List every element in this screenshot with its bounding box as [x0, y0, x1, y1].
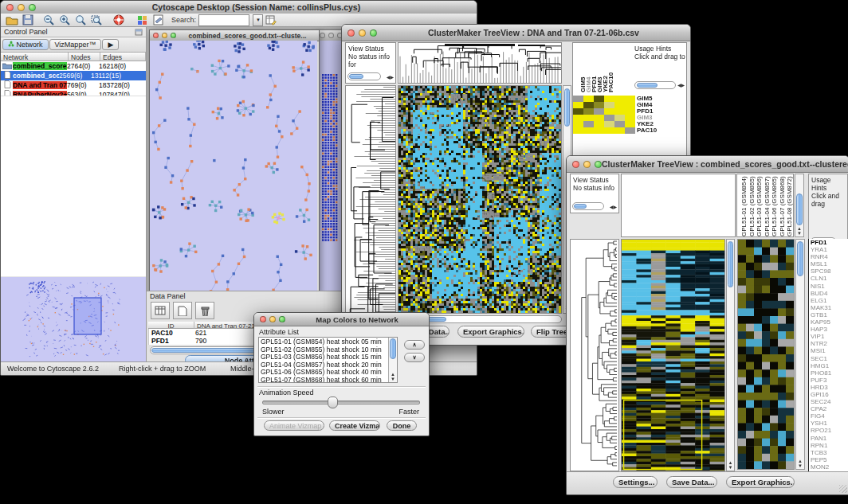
- gene-label[interactable]: FIG4: [809, 412, 848, 420]
- tv2-zoom-scroll-arrows[interactable]: ▲▼: [796, 459, 804, 468]
- tv2-zoom-heatmap-canvas[interactable]: [738, 240, 794, 469]
- tv1-zoom-cell[interactable]: [573, 121, 583, 127]
- gene-label[interactable]: ELG1: [809, 297, 848, 304]
- tv1-zoom-cell[interactable]: [625, 102, 635, 108]
- tv1-zoom-cell[interactable]: [583, 102, 594, 108]
- gene-label[interactable]: PUF3: [809, 377, 848, 384]
- tv2-column-label[interactable]: GPL51-04 (GSM857): [764, 176, 771, 236]
- network-row[interactable]: combined_scores2764(0)16218(0): [1, 61, 146, 71]
- gene-label[interactable]: HMG1: [809, 362, 848, 369]
- tv1-zoom-cell[interactable]: [614, 127, 625, 134]
- tv1-zoom-cell[interactable]: [604, 115, 614, 121]
- tv2-global-heatmap-canvas[interactable]: [622, 240, 724, 471]
- gene-label[interactable]: PFD1: [809, 239, 848, 246]
- tv1-status-scroll-arrows[interactable]: ◀▶: [387, 75, 394, 80]
- zoom-button[interactable]: [29, 4, 36, 11]
- tv1-zoom-cell[interactable]: [594, 121, 604, 127]
- gene-label[interactable]: PAN1: [809, 435, 848, 442]
- tv1-zoom-cell[interactable]: [594, 127, 604, 134]
- tv1-column-dendrogram-canvas[interactable]: [398, 43, 561, 83]
- tv1-zoom-cell[interactable]: [614, 102, 625, 108]
- tv1-zoom-cell[interactable]: [573, 96, 583, 102]
- tv1-zoom-cell[interactable]: [573, 102, 583, 108]
- inactive-close-button[interactable]: [320, 33, 325, 38]
- tv1-zoom-heatmap[interactable]: [573, 96, 635, 134]
- gene-label[interactable]: NTR2: [809, 340, 848, 347]
- gene-label[interactable]: KAP95: [809, 318, 848, 326]
- attribute-scroll-arrows[interactable]: ▲▼: [389, 372, 397, 381]
- tv1-zoom-cell[interactable]: [573, 108, 583, 115]
- tv2-titlebar[interactable]: ClusterMaker TreeView : combined_scores_…: [567, 156, 848, 173]
- tv2-column-label[interactable]: GPL51-06 (GSM865): [771, 176, 778, 236]
- search-dropdown-icon[interactable]: ▼: [253, 14, 263, 26]
- tv2-zoom-button[interactable]: [595, 161, 602, 168]
- gene-label[interactable]: MON2: [809, 463, 848, 471]
- gene-label[interactable]: MAK31: [809, 304, 848, 311]
- animation-speed-slider-thumb[interactable]: [328, 397, 338, 408]
- tv1-zoom-cell[interactable]: [583, 127, 594, 134]
- gene-label[interactable]: CPA2: [809, 405, 848, 412]
- done-button[interactable]: Done: [387, 420, 417, 431]
- gene-label[interactable]: MSL1: [809, 260, 848, 268]
- gene-label[interactable]: SEC24: [809, 398, 848, 405]
- tv1-zoom-cell[interactable]: [583, 121, 594, 127]
- tv1-zoom-cell[interactable]: [604, 96, 614, 102]
- tv1-zoom-scroll-arrows[interactable]: ◀▶: [677, 83, 685, 88]
- col-network[interactable]: Network: [1, 53, 69, 61]
- tv1-zoom-cell[interactable]: [625, 115, 635, 121]
- tv1-close-button[interactable]: [347, 29, 355, 37]
- id-column-header[interactable]: ID: [148, 322, 194, 329]
- gene-label[interactable]: GTB1: [809, 311, 848, 318]
- tv1-zoom-cell[interactable]: [604, 121, 614, 127]
- tv1-global-heatmap-canvas[interactable]: [398, 86, 561, 313]
- attribute-item[interactable]: GPL51-07 (GSM868) heat shock 60 min: [261, 377, 387, 383]
- close-button[interactable]: [6, 4, 14, 11]
- export-graphics--button[interactable]: Export Graphics...: [457, 326, 524, 338]
- tab-vizmapper[interactable]: VizMapper™: [49, 39, 102, 50]
- tv2-close-button[interactable]: [572, 161, 579, 168]
- tv1-zoom-cell[interactable]: [625, 127, 635, 134]
- dialog-zoom-button[interactable]: [279, 316, 285, 322]
- inactive-minimize-button[interactable]: [328, 33, 334, 38]
- tv1-row-dendrogram-canvas[interactable]: [346, 86, 395, 321]
- tv1-zoom-cell[interactable]: [614, 121, 625, 127]
- birdseye-view-canvas[interactable]: [1, 277, 146, 362]
- gene-label[interactable]: NIS1: [809, 283, 848, 290]
- gene-label[interactable]: RPN1: [809, 442, 848, 449]
- attribute-browser-icon[interactable]: [265, 14, 277, 26]
- col-edges[interactable]: Edges: [100, 53, 146, 61]
- animation-speed-slider-track[interactable]: [262, 400, 420, 404]
- new-attribute-icon[interactable]: [173, 302, 192, 319]
- netwin-minimize-button[interactable]: [162, 33, 167, 38]
- gene-label[interactable]: MSI1: [809, 347, 848, 354]
- tv1-zoom-hscrollbar[interactable]: [634, 81, 676, 89]
- tv1-zoom-cell[interactable]: [594, 115, 604, 121]
- tv1-titlebar[interactable]: ClusterMaker TreeView : DNA and Tran 07-…: [342, 25, 690, 41]
- network-row[interactable]: combined_sco2569(6)13112(15): [1, 71, 146, 80]
- tv2-minimize-button[interactable]: [583, 161, 591, 168]
- tv2-zoom-vscrollbar[interactable]: ▲▼: [795, 239, 805, 470]
- tv1-zoom-cell[interactable]: [594, 102, 604, 108]
- col-nodes[interactable]: Nodes: [69, 53, 100, 61]
- network-canvas[interactable]: [150, 41, 317, 292]
- zoom-in-icon[interactable]: [58, 14, 71, 26]
- tv1-minimize-button[interactable]: [359, 29, 366, 37]
- tv1-zoom-button[interactable]: [370, 29, 377, 37]
- gene-label[interactable]: YRA1: [809, 246, 848, 253]
- resize-grip[interactable]: [839, 485, 847, 493]
- float-panel-icon[interactable]: [135, 25, 143, 39]
- tv1-zoom-cell[interactable]: [614, 96, 625, 102]
- gene-label[interactable]: CLN1: [809, 275, 848, 282]
- gene-label[interactable]: SPC98: [809, 268, 848, 275]
- tv2-status-hscrollbar[interactable]: [572, 202, 604, 210]
- tv1-zoom-cell[interactable]: [614, 108, 625, 115]
- attribute-list-vscrollbar[interactable]: ▲▼: [388, 338, 397, 382]
- tv1-zoom-cell[interactable]: [614, 115, 625, 121]
- dialog-minimize-button[interactable]: [269, 316, 276, 322]
- gene-label[interactable]: BUD4: [809, 290, 848, 297]
- search-input[interactable]: [198, 14, 249, 26]
- attribute-item[interactable]: GPL51-01 (GSM854) heat shock 05 min: [261, 338, 387, 346]
- tv1-zoom-cell[interactable]: [604, 127, 614, 134]
- tv2-column-label[interactable]: GPL51-02 (GSM855): [748, 176, 756, 236]
- export-graphics--button[interactable]: Export Graphics...: [726, 476, 795, 488]
